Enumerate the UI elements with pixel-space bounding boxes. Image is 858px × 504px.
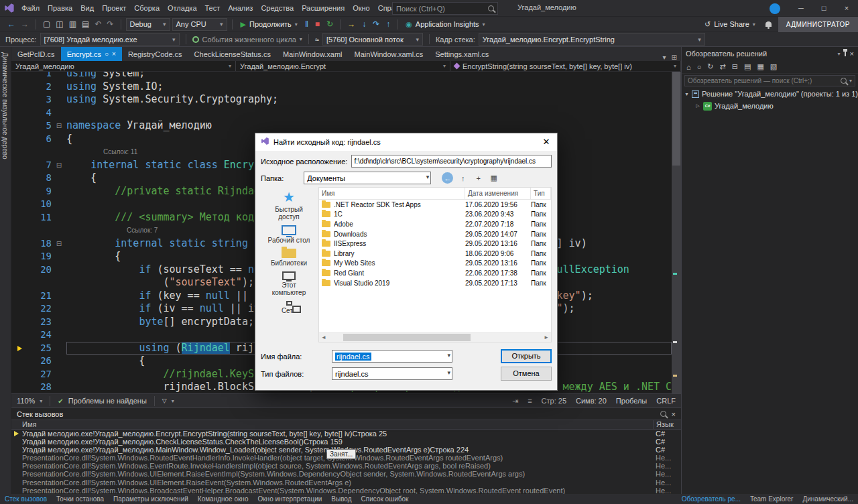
breakpoint-margin[interactable] <box>11 224 29 237</box>
fold-marker-icon[interactable]: ⊟ <box>52 119 66 133</box>
breakpoint-margin[interactable] <box>11 145 29 159</box>
undo-icon[interactable]: ↶ <box>93 18 103 30</box>
side-tab-2[interactable]: Динамический... <box>798 494 858 504</box>
zoom-dropdown[interactable]: 110% <box>17 397 35 405</box>
panel-tab-4[interactable]: Окно интерпретации <box>253 494 326 504</box>
breakpoint-margin[interactable] <box>11 237 29 251</box>
line-indicator[interactable]: Стр: 25 <box>542 397 566 405</box>
doc-tab-2[interactable]: RegistryCode.cs <box>122 47 188 61</box>
thread-dropdown[interactable]: [5760] Основной поток▾ <box>322 33 423 46</box>
breakpoint-margin[interactable] <box>11 290 29 303</box>
dialog-close-button[interactable]: ✕ <box>536 133 557 151</box>
breadcrumb-project[interactable]: Угадай_мелодию▾ <box>11 61 236 71</box>
feedback-avatar[interactable] <box>770 3 780 14</box>
place-3[interactable]: Этот компьютер <box>259 271 318 296</box>
folder-dropdown[interactable]: Документы▾ <box>304 172 431 184</box>
place-0[interactable]: ★Быстрый доступ <box>259 190 318 220</box>
current-statement-arrow-icon[interactable] <box>11 342 29 355</box>
cancel-button[interactable]: Отмена <box>501 367 552 381</box>
side-tab-1[interactable]: Team Explorer <box>745 494 798 504</box>
save-all-icon[interactable]: ▤ <box>80 18 91 30</box>
menu-item-4[interactable]: Сборка <box>130 0 164 17</box>
breakpoint-margin[interactable] <box>11 250 29 263</box>
line-ending-indicator[interactable]: CRLF <box>656 397 676 405</box>
source-location-input[interactable]: f:\dd\ndp\clr\src\BCL\system\security\cr… <box>351 155 552 168</box>
code-line[interactable]: 5⊟namespace Угадай_мелодию <box>11 119 672 133</box>
open-button[interactable]: Открыть <box>501 349 552 363</box>
notifications-bell-icon[interactable] <box>765 21 772 27</box>
collapse-arrow-icon[interactable]: ▷ <box>695 103 700 109</box>
panel-tab-5[interactable]: Вывод <box>326 494 356 504</box>
panel-tab-1[interactable]: Точки останова <box>52 494 109 504</box>
side-tab-0[interactable]: Обозреватель ре... <box>677 494 745 504</box>
column-header-1[interactable]: Дата изменения <box>465 188 531 199</box>
search-icon[interactable] <box>660 411 666 417</box>
filename-combobox[interactable]: rijndael.cs▾ <box>332 350 452 363</box>
back-icon[interactable]: ← <box>442 172 453 184</box>
views-icon[interactable]: ▦ <box>488 172 499 184</box>
window-position-icon[interactable]: ▾ <box>838 51 841 57</box>
callstack-frame[interactable]: PresentationCore.dll!System.Windows.UIEl… <box>11 470 681 478</box>
doc-tab-4[interactable]: MainWindow.xaml <box>277 47 349 61</box>
menu-item-5[interactable]: Отладка <box>164 0 200 17</box>
live-share-button[interactable]: ↺Live Share▾ <box>701 20 759 29</box>
minimize-button[interactable]: ─ <box>790 0 812 17</box>
new-window-icon[interactable]: ⊞ <box>672 54 677 61</box>
doc-tab-0[interactable]: GetPcID.cs <box>11 47 61 61</box>
menu-item-6[interactable]: Тест <box>201 0 225 17</box>
panel-tab-0[interactable]: Стек вызовов <box>0 494 52 504</box>
panel-tab-3[interactable]: Командное окно <box>193 494 253 504</box>
issues-status[interactable]: Проблемы не найдены <box>68 397 147 405</box>
breakpoint-margin[interactable] <box>11 211 29 225</box>
solution-search-box[interactable]: Обозреватель решений — поиск (Ctrl+;) ▾ <box>684 75 855 86</box>
step-out-icon[interactable]: ↑ <box>384 18 392 30</box>
file-list-row[interactable]: Visual Studio 201929.05.2020 17:13Папк <box>319 278 551 288</box>
scroll-left-icon[interactable]: ◄ <box>319 334 328 340</box>
show-next-statement-icon[interactable]: → <box>345 18 357 30</box>
step-over-icon[interactable]: ↷ <box>371 18 381 30</box>
editor-scrollbar[interactable] <box>672 72 681 393</box>
new-folder-icon[interactable]: + <box>473 172 484 184</box>
menu-item-8[interactable]: Средства <box>257 0 298 17</box>
pending-changes-icon[interactable]: ○ <box>697 63 702 71</box>
project-node[interactable]: ▷ C# Угадай_мелодию <box>682 100 858 112</box>
breakpoint-margin[interactable] <box>11 328 29 342</box>
tab-settings-icon[interactable]: ⇥ <box>512 397 518 405</box>
breakpoint-margin[interactable] <box>11 107 29 120</box>
up-one-level-icon[interactable]: ↑ <box>457 172 469 184</box>
breakpoint-margin[interactable] <box>11 119 29 133</box>
menu-item-7[interactable]: Анализ <box>224 0 257 17</box>
callstack-frame[interactable]: PresentationCore.dll!System.Windows.UIEl… <box>11 479 681 487</box>
configuration-dropdown[interactable]: Debug▾ <box>126 18 170 31</box>
collapse-all-icon[interactable]: ⊟ <box>732 62 738 71</box>
editor-menu-icon[interactable]: ≡ <box>528 397 532 405</box>
menu-item-10[interactable]: Окно <box>349 0 374 17</box>
navigate-back-icon[interactable]: ← <box>5 18 17 30</box>
breakpoint-margin[interactable] <box>11 185 29 198</box>
spaces-indicator[interactable]: Пробелы <box>616 397 647 405</box>
horizontal-scrollbar[interactable]: ◄ ► <box>319 332 551 342</box>
break-all-icon[interactable]: ‖ <box>303 18 310 30</box>
live-visual-tree-tab[interactable]: Динамическое визуальное дерево <box>0 47 11 494</box>
scrollbar-thumb[interactable] <box>672 72 680 166</box>
breakpoint-margin[interactable] <box>11 381 29 393</box>
file-list-row[interactable]: Downloads29.05.2020 14:07Папк <box>319 229 551 239</box>
breakpoint-margin[interactable] <box>11 72 29 80</box>
name-column-header[interactable]: Имя <box>22 420 653 429</box>
menu-item-1[interactable]: Правка <box>44 0 76 17</box>
file-list-row[interactable]: Adobe22.07.2020 7:18Папк <box>319 219 551 229</box>
place-2[interactable]: Библиотеки <box>259 249 318 267</box>
breakpoint-margin[interactable] <box>11 355 29 368</box>
navigate-forward-icon[interactable]: → <box>19 18 31 30</box>
panel-tab-6[interactable]: Список ошибок <box>357 494 414 504</box>
close-button[interactable]: × <box>835 0 858 17</box>
panel-tab-2[interactable]: Параметры исключений <box>109 494 193 504</box>
menu-item-3[interactable]: Проект <box>98 0 130 17</box>
save-icon[interactable]: ▥ <box>67 18 78 30</box>
breakpoint-margin[interactable] <box>11 133 29 146</box>
column-header-2[interactable]: Тип <box>531 188 551 199</box>
maximize-button[interactable]: □ <box>812 0 835 17</box>
close-icon[interactable]: × <box>850 50 854 58</box>
doc-tab-6[interactable]: Settings.xaml.cs <box>429 47 495 61</box>
file-list-row[interactable]: Red Giant22.06.2020 17:38Папк <box>319 268 551 278</box>
